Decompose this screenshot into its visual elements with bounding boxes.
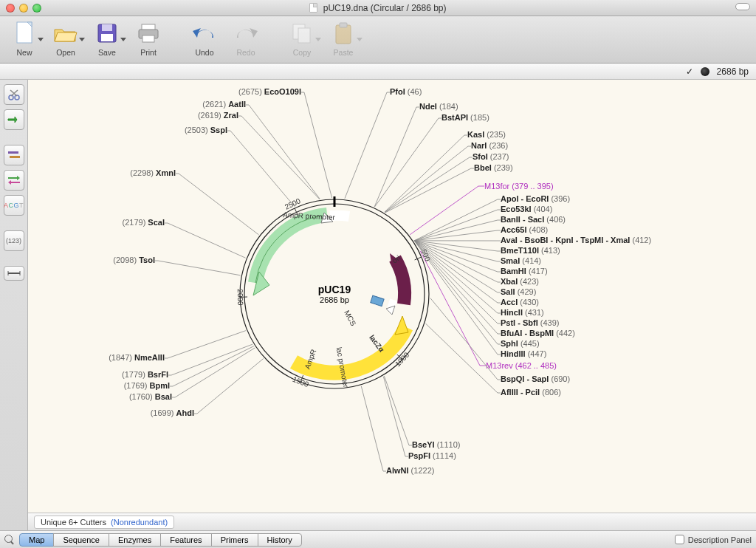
svg-text:XbaI  (423): XbaI (423) xyxy=(501,277,539,286)
svg-line-50 xyxy=(304,92,332,198)
svg-text:SphI  (445): SphI (445) xyxy=(501,339,540,348)
tab-map[interactable]: Map xyxy=(19,533,54,547)
svg-text:BamHI  (417): BamHI (417) xyxy=(501,267,548,275)
description-panel-label: Description Panel xyxy=(688,535,752,544)
svg-rect-7 xyxy=(142,35,154,42)
side-toolbar: ACGT (123) xyxy=(0,80,28,530)
svg-line-83 xyxy=(179,174,259,235)
svg-line-173 xyxy=(361,386,383,471)
svg-line-167 xyxy=(384,376,409,445)
svg-text:BanII - SacI  (406): BanII - SacI (406) xyxy=(501,215,566,224)
svg-text:AccI  (430): AccI (430) xyxy=(501,298,539,306)
svg-text:HindIII  (447): HindIII (447) xyxy=(501,349,546,358)
svg-text:(1847)  NmeAIII: (1847) NmeAIII xyxy=(109,353,165,362)
svg-line-137 xyxy=(414,241,498,292)
svg-line-170 xyxy=(383,377,405,456)
cut-tool-button[interactable] xyxy=(4,84,24,105)
svg-text:SmaI  (414): SmaI (414) xyxy=(501,256,541,265)
svg-text:(1779)  BsrFI: (1779) BsrFI xyxy=(122,370,168,379)
svg-text:(1769)  BpmI: (1769) BpmI xyxy=(124,381,170,390)
svg-line-161 xyxy=(430,298,498,380)
svg-line-113 xyxy=(414,210,498,241)
svg-rect-3 xyxy=(102,24,112,31)
description-panel-checkbox[interactable] xyxy=(675,535,684,544)
svg-text:(2675)  EcoO109I: (2675) EcoO109I xyxy=(238,87,301,96)
svg-text:PfoI  (46): PfoI (46) xyxy=(390,87,422,96)
svg-line-104 xyxy=(197,358,264,414)
sequence-tool-button[interactable]: ACGT xyxy=(4,195,24,216)
svg-line-59 xyxy=(230,131,295,207)
svg-rect-0 xyxy=(17,22,32,43)
tab-enzymes[interactable]: Enzymes xyxy=(109,533,161,547)
svg-line-146 xyxy=(414,241,498,323)
svg-line-68 xyxy=(375,118,439,207)
svg-line-71 xyxy=(385,135,464,212)
linear-view-button[interactable] xyxy=(4,266,24,281)
svg-line-86 xyxy=(168,223,246,258)
numbering-tool-button[interactable]: (123) xyxy=(4,230,24,251)
toolbar-toggle-button[interactable] xyxy=(735,3,750,10)
svg-text:AvaI - BsoBI - KpnI - TspMI - : AvaI - BsoBI - KpnI - TspMI - XmaI (412) xyxy=(501,236,651,244)
open-button[interactable]: Open xyxy=(47,19,84,57)
circular-topology-icon[interactable] xyxy=(701,67,709,76)
sequence-length: 2686 bp xyxy=(717,66,749,77)
svg-text:PspFI  (1114): PspFI (1114) xyxy=(408,451,456,460)
main-toolbar: New Open Save Print Undo Redo Copy Paste xyxy=(0,16,756,64)
svg-line-164 xyxy=(426,323,498,393)
svg-text:SalI  (429): SalI (429) xyxy=(501,287,536,296)
svg-text:M13rev  (462 .. 485): M13rev (462 .. 485) xyxy=(486,361,557,370)
svg-text:Eco53kI  (404): Eco53kI (404) xyxy=(501,205,552,213)
primer-tool-button[interactable] xyxy=(4,170,24,191)
svg-line-140 xyxy=(414,241,498,303)
arrow-tool-button[interactable] xyxy=(4,109,24,130)
chevron-down-icon xyxy=(38,38,44,41)
svg-line-53 xyxy=(249,105,320,199)
feature-tool-button[interactable] xyxy=(4,145,24,165)
window-title: pUC19.dna (Circular / 2686 bp) xyxy=(0,3,756,13)
plasmid-map-canvas[interactable]: 2500200015001000500 xyxy=(28,80,756,513)
svg-text:BseYI  (1110): BseYI (1110) xyxy=(412,440,460,449)
svg-text:BstAPI  (185): BstAPI (185) xyxy=(441,113,489,122)
svg-text:BmeT110I  (413): BmeT110I (413) xyxy=(501,246,560,255)
undo-button[interactable]: Undo xyxy=(186,19,223,57)
new-button[interactable]: New xyxy=(6,19,43,57)
status-bar: ✓ 2686 bp xyxy=(0,64,756,80)
svg-line-116 xyxy=(414,220,498,241)
svg-text:MCS: MCS xyxy=(343,309,357,327)
svg-line-80 xyxy=(385,168,471,213)
svg-rect-16 xyxy=(8,151,18,154)
enzyme-filter[interactable]: Unique 6+ Cutters (Nonredundant) xyxy=(34,516,174,529)
svg-line-101 xyxy=(175,348,255,397)
print-button[interactable]: Print xyxy=(130,19,167,57)
tab-sequence[interactable]: Sequence xyxy=(53,533,109,547)
svg-line-143 xyxy=(414,241,498,313)
svg-rect-11 xyxy=(340,23,347,27)
svg-rect-9 xyxy=(298,28,310,43)
svg-marker-40 xyxy=(395,316,408,335)
svg-line-89 xyxy=(158,261,240,275)
svg-text:AflIII - PciI  (806): AflIII - PciI (806) xyxy=(501,388,561,397)
svg-text:NarI  (236): NarI (236) xyxy=(471,141,508,150)
svg-rect-43 xyxy=(371,295,384,306)
chevron-down-icon xyxy=(79,38,85,41)
tab-primers[interactable]: Primers xyxy=(211,533,258,547)
save-button[interactable]: Save xyxy=(89,19,126,57)
zoom-icon[interactable] xyxy=(4,535,15,545)
svg-line-77 xyxy=(385,157,470,212)
svg-line-155 xyxy=(414,241,498,355)
svg-text:(2621)  AatII: (2621) AatII xyxy=(202,100,246,109)
svg-text:NdeI  (184): NdeI (184) xyxy=(419,102,458,111)
redo-button: Redo xyxy=(227,19,264,57)
svg-text:HincII  (431): HincII (431) xyxy=(501,308,544,317)
svg-text:Acc65I  (408): Acc65I (408) xyxy=(501,225,548,234)
svg-line-110 xyxy=(414,199,498,241)
tab-features[interactable]: Features xyxy=(160,533,211,547)
svg-text:(2503)  SspI: (2503) SspI xyxy=(185,126,227,134)
svg-text:AlwNI  (1222): AlwNI (1222) xyxy=(386,466,434,475)
bottom-bar: MapSequenceEnzymesFeaturesPrimersHistory… xyxy=(0,530,756,548)
chevron-down-icon xyxy=(357,38,362,41)
svg-text:1500: 1500 xyxy=(292,375,310,388)
tab-history[interactable]: History xyxy=(258,533,302,547)
svg-text:PstI - SbfI  (439): PstI - SbfI (439) xyxy=(501,318,559,327)
chevron-down-icon xyxy=(315,38,321,41)
